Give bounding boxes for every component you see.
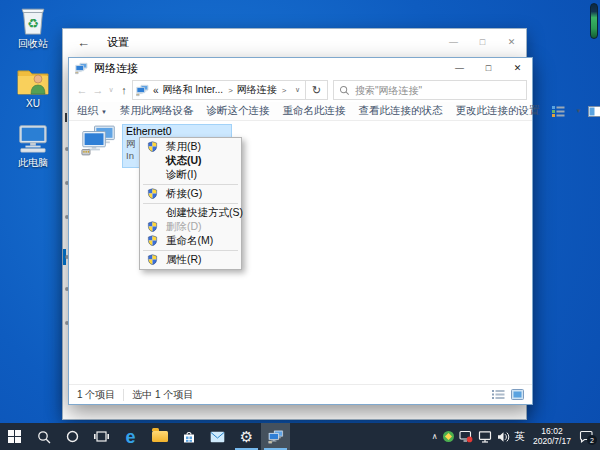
uac-shield-icon	[147, 188, 158, 199]
address-dropdown-icon[interactable]: ∨	[295, 86, 302, 94]
context-menu: 禁用(B) 状态(U) 诊断(I) 桥接(G) 创建快捷方式(S) 删除(D) …	[139, 137, 242, 270]
taskbar-clock[interactable]: 16:02 2020/7/17	[530, 427, 574, 446]
show-hidden-icons-chevron[interactable]: ∧	[432, 432, 438, 441]
rename-connection-button[interactable]: 重命名此连接	[282, 104, 345, 118]
mail-icon	[210, 431, 225, 443]
desktop: ♻ 回收站 XU 此电脑	[0, 0, 600, 450]
file-explorer-button[interactable]	[145, 423, 174, 450]
desktop-icon-recycle-bin[interactable]: ♻ 回收站	[6, 4, 60, 51]
back-arrow-icon[interactable]: ←	[77, 35, 97, 50]
change-settings-button[interactable]: 更改此连接的设置	[455, 104, 539, 118]
view-status-button[interactable]: 查看此连接的状态	[358, 104, 442, 118]
recycle-bin-icon: ♻	[16, 4, 50, 36]
tray-date: 2020/7/17	[530, 437, 574, 447]
desktop-icon-list: ♻ 回收站 XU 此电脑	[6, 4, 60, 184]
desktop-icon-label: 回收站	[18, 37, 48, 51]
store-icon	[182, 430, 196, 444]
views-caret-icon[interactable]: ▼	[575, 108, 581, 114]
organize-caret-icon: ▼	[101, 109, 107, 115]
desktop-icon-label: XU	[26, 98, 40, 109]
uac-shield-icon	[147, 221, 158, 232]
menu-separator	[143, 184, 238, 185]
uac-shield-icon	[147, 141, 158, 152]
command-bar: 组织▼ 禁用此网络设备 诊断这个连接 重命名此连接 查看此连接的状态 更改此连接…	[69, 102, 532, 121]
notification-count-badge: 2	[587, 435, 597, 445]
settings-window-title: 设置	[107, 35, 129, 50]
windows-logo-icon	[8, 430, 21, 443]
organize-menu[interactable]: 组织▼	[77, 104, 107, 118]
taskbar: e ⚙ ∧	[0, 423, 600, 450]
menu-item-status[interactable]: 状态(U)	[140, 154, 241, 168]
forward-button[interactable]: →	[90, 84, 106, 96]
cortana-icon	[66, 430, 79, 443]
network-close-button[interactable]: ✕	[503, 58, 532, 78]
task-view-button[interactable]	[87, 423, 116, 450]
status-bar: 1 个项目 选中 1 个项目	[69, 384, 532, 404]
ethernet-tray-icon[interactable]	[478, 431, 492, 443]
mail-button[interactable]	[203, 423, 232, 450]
network-window-title: 网络连接	[94, 61, 138, 76]
back-button[interactable]: ←	[74, 84, 90, 96]
start-button[interactable]	[0, 423, 29, 450]
uac-shield-icon	[147, 254, 158, 265]
menu-item-create-shortcut[interactable]: 创建快捷方式(S)	[140, 206, 241, 220]
vm-tools-tray-icon[interactable]	[443, 431, 454, 442]
diagnose-connection-button[interactable]: 诊断这个连接	[206, 104, 269, 118]
breadcrumb-separator: >	[282, 86, 287, 95]
menu-item-rename[interactable]: 重命名(M)	[140, 234, 241, 248]
network-minimize-button[interactable]: —	[445, 58, 474, 78]
desktop-icon-user-folder[interactable]: XU	[6, 65, 60, 109]
gear-icon: ⚙	[240, 429, 253, 444]
settings-close-button[interactable]: ✕	[497, 31, 526, 53]
menu-separator	[143, 250, 238, 251]
history-chevron-icon[interactable]: ∨	[106, 86, 116, 94]
disable-device-button[interactable]: 禁用此网络设备	[120, 104, 194, 118]
action-center-button[interactable]: 2	[579, 429, 596, 444]
search-box[interactable]	[333, 80, 527, 100]
breadcrumb-parent[interactable]: 网络和 Inter...	[163, 83, 224, 97]
volume-tray-icon[interactable]	[497, 431, 510, 443]
network-maximize-button[interactable]: □	[474, 58, 503, 78]
uac-shield-icon	[147, 235, 158, 246]
search-icon	[37, 430, 51, 444]
address-bar: ← → ∨ ↑ « 网络和 Inter... > 网络连接 > ∨ ↻	[69, 78, 532, 102]
refresh-button[interactable]: ↻	[306, 80, 328, 100]
details-view-icon[interactable]	[492, 389, 505, 400]
menu-item-bridge[interactable]: 桥接(G)	[140, 187, 241, 201]
selection-count: 选中 1 个项目	[132, 388, 193, 402]
edge-button[interactable]: e	[116, 423, 145, 450]
display-notification-tray-icon[interactable]	[459, 430, 473, 443]
ime-language-indicator[interactable]: 英	[515, 430, 526, 444]
menu-item-disable[interactable]: 禁用(B)	[140, 140, 241, 154]
file-explorer-icon	[152, 431, 168, 442]
settings-sidebar-fragment	[65, 113, 67, 122]
settings-minimize-button[interactable]: —	[439, 31, 468, 53]
desktop-icon-this-pc[interactable]: 此电脑	[6, 123, 60, 170]
breadcrumb-prefix: «	[153, 85, 159, 96]
store-button[interactable]	[174, 423, 203, 450]
settings-maximize-button[interactable]: □	[468, 31, 497, 53]
address-field[interactable]: « 网络和 Inter... > 网络连接 > ∨	[132, 80, 306, 100]
views-icon[interactable]	[552, 105, 565, 117]
system-tray: ∧ 英 16:02 2020/7/17	[432, 423, 598, 450]
breadcrumb-current[interactable]: 网络连接	[237, 83, 277, 97]
settings-titlebar: ← 设置 — □ ✕	[63, 29, 526, 55]
menu-item-properties[interactable]: 属性(R)	[140, 253, 241, 267]
address-location-icon	[136, 84, 149, 97]
taskbar-search-button[interactable]	[29, 423, 58, 450]
task-view-icon	[94, 430, 109, 443]
network-connections-window[interactable]: 网络连接 — □ ✕ ← → ∨ ↑ « 网络和 Inter... > 网络连接…	[68, 57, 533, 405]
screen-edge-widget	[590, 3, 598, 39]
menu-item-diagnose[interactable]: 诊断(I)	[140, 168, 241, 182]
preview-pane-icon[interactable]	[588, 106, 600, 117]
up-button[interactable]: ↑	[116, 84, 132, 96]
network-window-icon	[268, 430, 284, 444]
search-input[interactable]	[355, 85, 521, 96]
status-divider	[123, 389, 124, 401]
network-titlebar: 网络连接 — □ ✕	[69, 58, 532, 78]
cortana-button[interactable]	[58, 423, 87, 450]
desktop-icon-label: 此电脑	[18, 156, 48, 170]
network-connections-taskbar-button[interactable]	[261, 423, 290, 450]
settings-taskbar-button[interactable]: ⚙	[232, 423, 261, 450]
large-icons-view-icon[interactable]	[511, 389, 524, 400]
